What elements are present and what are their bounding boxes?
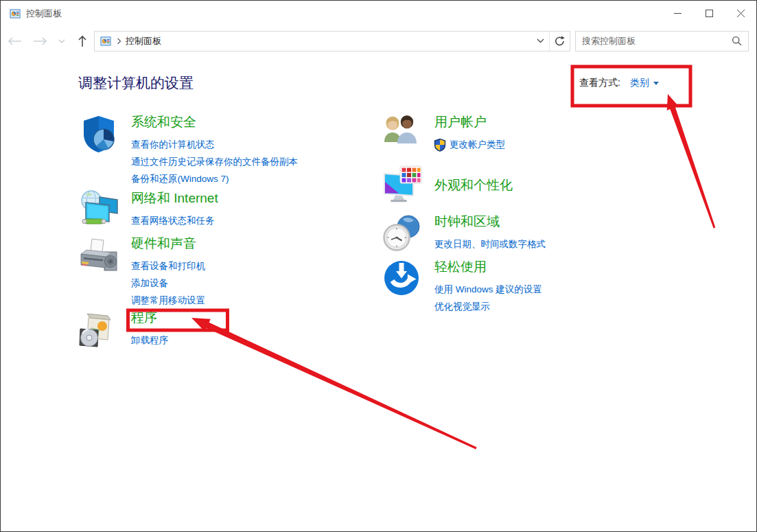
view-by-dropdown-caret-icon[interactable] bbox=[653, 82, 659, 85]
category-title[interactable]: 时钟和区域 bbox=[434, 213, 546, 231]
globe-monitors-icon[interactable] bbox=[78, 189, 119, 231]
task-link[interactable]: 更改日期、时间或数字格式 bbox=[434, 235, 546, 253]
category-title[interactable]: 网络和 Internet bbox=[131, 189, 218, 207]
category-appearance-personalization: 外观和个性化 bbox=[382, 165, 513, 207]
ease-of-access-icon[interactable] bbox=[382, 258, 423, 299]
search-input[interactable] bbox=[582, 36, 732, 46]
control-panel-window: 控制面板 bbox=[0, 0, 757, 532]
clock-globe-icon[interactable] bbox=[382, 213, 423, 254]
category-ease-of-access: 轻松使用 使用 Windows 建议的设置 优化视觉显示 bbox=[382, 258, 542, 315]
window-title: 控制面板 bbox=[26, 8, 62, 20]
address-bar[interactable]: 控制面板 bbox=[94, 31, 570, 51]
recent-pages-chevron-icon[interactable] bbox=[53, 39, 71, 43]
view-by-control: 查看方式: 类别 bbox=[579, 77, 659, 89]
search-icon[interactable] bbox=[732, 36, 742, 46]
printer-speaker-icon[interactable] bbox=[78, 235, 119, 276]
programs-arrow bbox=[191, 318, 477, 449]
navigation-bar: 控制面板 bbox=[1, 26, 756, 56]
up-icon[interactable] bbox=[71, 35, 94, 47]
page-title: 调整计算机的设置 bbox=[78, 73, 194, 93]
task-link[interactable]: 添加设备 bbox=[131, 275, 205, 292]
control-panel-icon bbox=[10, 8, 21, 19]
uac-shield-icon bbox=[434, 138, 446, 152]
back-icon[interactable] bbox=[1, 36, 28, 46]
task-link[interactable]: 优化视觉显示 bbox=[434, 298, 542, 315]
category-title[interactable]: 用户帐户 bbox=[434, 113, 505, 131]
breadcrumb[interactable]: 控制面板 bbox=[126, 35, 531, 47]
minimize-button[interactable] bbox=[662, 1, 693, 26]
category-title[interactable]: 外观和个性化 bbox=[434, 176, 513, 194]
task-link-with-uac[interactable]: 更改帐户类型 bbox=[434, 136, 505, 153]
task-link[interactable]: 通过文件历史记录保存你的文件备份副本 bbox=[131, 153, 298, 170]
category-system-security: 系统和安全 查看你的计算机状态 通过文件历史记录保存你的文件备份副本 备份和还原… bbox=[78, 113, 298, 187]
category-title[interactable]: 轻松使用 bbox=[434, 258, 542, 276]
two-users-icon[interactable] bbox=[382, 113, 423, 154]
control-panel-icon bbox=[100, 36, 111, 47]
maximize-button[interactable] bbox=[693, 1, 725, 26]
category-user-accounts: 用户帐户 更改帐户类型 bbox=[382, 113, 505, 154]
shield-pie-icon[interactable] bbox=[78, 113, 119, 154]
breadcrumb-chevron-icon[interactable] bbox=[117, 38, 121, 45]
task-link[interactable]: 卸载程序 bbox=[131, 332, 168, 349]
titlebar: 控制面板 bbox=[1, 1, 756, 26]
task-link[interactable]: 备份和还原(Windows 7) bbox=[131, 170, 298, 187]
category-title[interactable]: 系统和安全 bbox=[131, 113, 298, 131]
category-hardware-sound: 硬件和声音 查看设备和打印机 添加设备 调整常用移动设置 bbox=[78, 235, 205, 309]
view-by-arrow bbox=[667, 94, 716, 229]
category-clock-region: 时钟和区域 更改日期、时间或数字格式 bbox=[382, 213, 546, 254]
task-link[interactable]: 查看你的计算机状态 bbox=[131, 136, 298, 153]
category-network-internet: 网络和 Internet 查看网络状态和任务 bbox=[78, 189, 218, 231]
search-box[interactable] bbox=[575, 31, 749, 51]
refresh-icon[interactable] bbox=[549, 32, 570, 51]
task-link[interactable]: 查看网络状态和任务 bbox=[131, 212, 218, 229]
address-dropdown-chevron-icon[interactable] bbox=[531, 32, 549, 51]
task-link-label: 更改帐户类型 bbox=[450, 136, 505, 153]
close-button[interactable] bbox=[725, 1, 756, 26]
category-programs: 程序 卸载程序 bbox=[78, 309, 168, 350]
category-title[interactable]: 程序 bbox=[131, 309, 168, 327]
task-link[interactable]: 使用 Windows 建议的设置 bbox=[434, 281, 542, 298]
software-box-cd-icon[interactable] bbox=[78, 309, 119, 350]
task-link[interactable]: 调整常用移动设置 bbox=[131, 292, 205, 309]
category-title[interactable]: 硬件和声音 bbox=[131, 235, 205, 253]
forward-icon[interactable] bbox=[28, 36, 53, 46]
monitor-palette-icon[interactable] bbox=[382, 165, 423, 207]
view-by-value-link[interactable]: 类别 bbox=[630, 77, 649, 89]
task-link[interactable]: 查看设备和打印机 bbox=[131, 257, 205, 275]
view-by-label: 查看方式: bbox=[579, 77, 620, 89]
